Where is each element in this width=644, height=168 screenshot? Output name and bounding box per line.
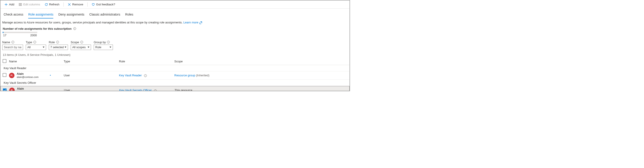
filter-groupby-label: Group by i [94, 41, 113, 44]
tab-deny-assignments[interactable]: Deny assignments [58, 12, 84, 18]
group-header: Key Vault Reader [0, 65, 350, 71]
user-name: Alain [17, 72, 38, 76]
tab-classic-administrators[interactable]: Classic administrators [90, 12, 120, 18]
x-icon [68, 3, 71, 6]
filter-bar: Name i Type i All Role i 7 selected Scop… [0, 38, 350, 51]
user-stack: Alain alain@contoso.com [17, 72, 38, 79]
tab-roles[interactable]: Roles [125, 12, 134, 18]
table-row[interactable]: AL Alain alain@contoso.com User Key Vaul… [0, 86, 350, 91]
remove-button[interactable]: Remove [66, 2, 85, 7]
info-icon[interactable]: i [56, 41, 59, 43]
usage-progress [3, 32, 37, 33]
learn-more-link[interactable]: Learn more [183, 21, 202, 24]
role-dropdown[interactable]: 7 selected [49, 45, 68, 50]
heart-icon [92, 3, 95, 6]
filter-groupby-group: Group by i Role [94, 41, 113, 50]
chevron-down-icon [43, 47, 44, 48]
table-header: Name Type Role Scope [0, 58, 350, 65]
scope-dropdown[interactable]: All scopes [71, 45, 91, 50]
usage-current: 17 [3, 34, 6, 37]
tab-role-assignments[interactable]: Role assignments [28, 12, 53, 18]
command-bar: Add Edit columns Refresh Remove Got feed… [0, 0, 350, 8]
usage-progress-fill [3, 32, 4, 33]
external-link-icon [199, 21, 202, 24]
select-all-checkbox[interactable] [3, 59, 6, 63]
row-checkbox[interactable] [3, 88, 6, 91]
info-icon[interactable]: i [34, 41, 36, 43]
group-header: Key Vault Secrets Officer [0, 80, 350, 86]
scope-text: This resource [174, 88, 192, 91]
role-link[interactable]: Key Vault Secrets Officer [119, 88, 152, 91]
filter-role-label: Role i [49, 41, 68, 44]
items-count: 13 items (4 Users, 8 Service Principals,… [0, 51, 350, 58]
usage-title: Number of role assignments for this subs… [3, 27, 76, 30]
search-input[interactable] [2, 45, 23, 50]
filter-scope-group: Scope i All scopes [71, 41, 91, 50]
feedback-button[interactable]: Got feedback? [90, 2, 117, 7]
search-input-field[interactable] [4, 46, 22, 49]
info-icon[interactable]: i [80, 41, 83, 43]
usage-labels: 17 2000 [3, 34, 37, 37]
description-text: Manage access to Azure resources for use… [0, 18, 350, 25]
chevron-down-icon [110, 47, 111, 48]
edit-columns-button[interactable]: Edit columns [17, 2, 42, 7]
filter-scope-label: Scope i [71, 41, 91, 44]
add-label: Add [9, 3, 14, 6]
refresh-icon [45, 3, 48, 6]
refresh-button[interactable]: Refresh [43, 2, 62, 7]
avatar: AL [9, 87, 15, 91]
refresh-label: Refresh [49, 3, 60, 6]
info-icon[interactable]: i [154, 89, 157, 91]
description-body: Manage access to Azure resources for use… [2, 21, 183, 24]
info-icon[interactable]: i [74, 27, 76, 30]
groupby-dropdown[interactable]: Role [94, 45, 113, 50]
add-button[interactable]: Add [3, 2, 16, 7]
plus-icon [4, 3, 8, 6]
role-link[interactable]: Key Vault Reader [119, 74, 142, 77]
user-stack: Alain alain@contoso.com [17, 87, 39, 91]
row-checkbox[interactable] [3, 73, 6, 77]
toolbar-divider [64, 2, 64, 6]
user-name: Alain [17, 87, 39, 90]
cell-type: User [64, 88, 119, 91]
column-name[interactable]: Name [9, 60, 64, 63]
tab-check-access[interactable]: Check access [4, 12, 23, 18]
filter-name-label: Name i [2, 41, 23, 44]
scope-link[interactable]: Resource group [174, 74, 195, 77]
cell-type: User [64, 74, 119, 77]
filter-type-label: Type i [26, 41, 46, 44]
row-menu-icon[interactable]: • [50, 74, 51, 77]
filter-name-group: Name i [2, 41, 23, 50]
info-icon[interactable]: i [107, 41, 110, 43]
chevron-down-icon [88, 47, 90, 48]
feedback-label: Got feedback? [96, 3, 116, 6]
edit-columns-label: Edit columns [23, 3, 40, 6]
column-role[interactable]: Role [119, 60, 174, 63]
avatar: AL [9, 73, 14, 78]
chevron-down-icon [64, 47, 66, 48]
user-email: alain@contoso.com [17, 90, 39, 91]
type-dropdown[interactable]: All [26, 45, 46, 50]
filter-role-group: Role i 7 selected [49, 41, 68, 50]
user-email: alain@contoso.com [17, 76, 38, 79]
column-type[interactable]: Type [64, 60, 119, 63]
tab-bar: Check access Role assignments Deny assig… [0, 12, 350, 18]
info-icon[interactable]: i [12, 41, 14, 43]
scope-suffix: (Inherited) [196, 74, 209, 77]
column-scope[interactable]: Scope [174, 60, 347, 63]
usage-max: 2000 [30, 34, 37, 37]
filter-type-group: Type i All [26, 41, 46, 50]
usage-section: Number of role assignments for this subs… [0, 25, 350, 38]
remove-label: Remove [72, 3, 83, 6]
table-row[interactable]: AL Alain alain@contoso.com • User Key Va… [0, 71, 350, 80]
columns-icon [19, 3, 22, 6]
info-icon[interactable]: i [144, 74, 147, 77]
